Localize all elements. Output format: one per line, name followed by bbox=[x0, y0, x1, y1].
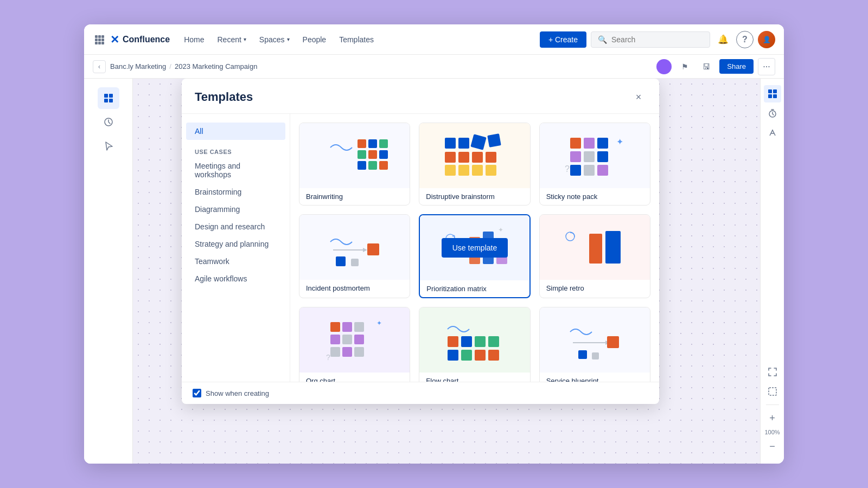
svg-rect-4 bbox=[98, 38, 101, 41]
nav-spaces[interactable]: Spaces ▾ bbox=[254, 32, 295, 47]
svg-rect-10 bbox=[109, 94, 113, 98]
nav-links: Home Recent ▾ Spaces ▾ People Templates bbox=[178, 32, 535, 47]
svg-rect-14 bbox=[358, 139, 366, 148]
sidebar-item-diagramming[interactable]: Diagramming bbox=[186, 201, 285, 218]
app-logo[interactable]: ✕ Confluence bbox=[110, 33, 170, 46]
template-thumb-flow bbox=[419, 307, 529, 373]
show-when-creating-label[interactable]: Show when creating bbox=[193, 389, 269, 397]
sidebar-item-brainstorming[interactable]: Brainstorming bbox=[186, 183, 285, 201]
svg-rect-90 bbox=[769, 388, 776, 395]
sidebar-item-teamwork[interactable]: Teamwork bbox=[186, 253, 285, 270]
sidebar-item-design[interactable]: Design and research bbox=[186, 218, 285, 235]
template-card-distruptive[interactable]: Distruptive brainstorm bbox=[419, 123, 530, 206]
template-thumb-retro bbox=[540, 215, 650, 280]
template-card-incident[interactable]: Incident postmortem bbox=[299, 214, 410, 298]
template-name-brainwriting: Brainwriting bbox=[299, 188, 410, 205]
svg-rect-67 bbox=[330, 347, 340, 357]
notifications-icon[interactable]: 🔔 bbox=[714, 31, 732, 48]
canvas-area[interactable]: Templates × All USE CASES Meetings and w… bbox=[133, 79, 760, 464]
whiteboard-toolbar bbox=[84, 79, 133, 464]
page-header-right: ⚑ 🖫 Share ··· bbox=[656, 58, 775, 75]
user-avatar[interactable]: 👤 bbox=[758, 31, 775, 48]
svg-rect-80 bbox=[607, 336, 619, 348]
sidebar-item-strategy[interactable]: Strategy and planning bbox=[186, 235, 285, 253]
top-navigation: ✕ Confluence Home Recent ▾ Spaces ▾ Peop… bbox=[84, 24, 784, 55]
timer-icon[interactable] bbox=[764, 105, 781, 122]
history-icon[interactable]: ⚑ bbox=[676, 58, 693, 75]
search-input[interactable] bbox=[611, 35, 703, 44]
svg-rect-61 bbox=[330, 322, 340, 332]
zoom-to-selection-icon[interactable] bbox=[764, 383, 781, 400]
sidebar-item-meetings[interactable]: Meetings and workshops bbox=[186, 157, 285, 183]
svg-rect-15 bbox=[368, 139, 377, 148]
svg-rect-48 bbox=[367, 243, 379, 255]
svg-text:?: ? bbox=[326, 353, 330, 362]
svg-rect-42 bbox=[597, 151, 608, 162]
logo-icon: ✕ bbox=[110, 33, 119, 46]
svg-rect-25 bbox=[470, 134, 486, 150]
svg-text:✦: ✦ bbox=[616, 137, 623, 146]
breadcrumb: Banc.ly Marketing / 2023 Marketing Campa… bbox=[110, 62, 257, 70]
template-card-prioritization[interactable]: ✦ bbox=[419, 214, 530, 298]
modal-title: Templates bbox=[195, 90, 253, 104]
template-card-sticky[interactable]: ✦ ? bbox=[539, 123, 650, 206]
template-card-brainwriting[interactable]: Brainwriting bbox=[299, 123, 410, 206]
fit-to-screen-icon[interactable] bbox=[764, 363, 781, 381]
svg-rect-86 bbox=[773, 94, 777, 98]
create-button[interactable]: + Create bbox=[540, 31, 586, 48]
templates-tool-icon[interactable] bbox=[98, 87, 119, 109]
nav-people[interactable]: People bbox=[297, 32, 332, 47]
modal-content: Brainwriting bbox=[290, 114, 659, 382]
svg-rect-28 bbox=[458, 152, 469, 163]
template-thumb-org: ✦ ? bbox=[299, 307, 410, 373]
use-template-button[interactable]: Use template bbox=[442, 238, 508, 258]
svg-rect-66 bbox=[354, 335, 364, 344]
recent-chevron-icon: ▾ bbox=[244, 36, 246, 42]
cursor-tool-icon[interactable] bbox=[98, 135, 119, 157]
nav-recent[interactable]: Recent ▾ bbox=[212, 32, 251, 47]
help-icon[interactable]: ? bbox=[736, 31, 754, 48]
zoom-in-button[interactable]: + bbox=[764, 409, 781, 427]
zoom-out-button[interactable]: − bbox=[764, 438, 781, 455]
table-view-icon[interactable] bbox=[764, 85, 781, 102]
more-options-button[interactable]: ··· bbox=[758, 58, 775, 75]
svg-rect-73 bbox=[488, 336, 499, 347]
nav-home[interactable]: Home bbox=[178, 32, 209, 47]
collaborator-avatar bbox=[656, 59, 672, 74]
show-when-creating-checkbox[interactable] bbox=[193, 389, 201, 397]
template-name-distruptive: Distruptive brainstorm bbox=[419, 188, 529, 205]
modal-close-button[interactable]: × bbox=[631, 89, 646, 105]
share-button[interactable]: Share bbox=[719, 59, 754, 74]
breadcrumb-workspace[interactable]: Banc.ly Marketing bbox=[110, 62, 166, 70]
page-settings-icon[interactable]: 🖫 bbox=[698, 58, 715, 75]
history-tool-icon[interactable] bbox=[98, 111, 119, 133]
svg-rect-34 bbox=[486, 165, 496, 176]
template-card-service[interactable]: Service blueprint bbox=[539, 307, 650, 382]
search-box[interactable]: 🔍 bbox=[591, 31, 710, 48]
template-thumb-incident bbox=[299, 215, 410, 280]
svg-rect-1 bbox=[98, 35, 101, 38]
svg-rect-83 bbox=[768, 89, 772, 93]
svg-rect-62 bbox=[342, 322, 352, 332]
template-card-org[interactable]: ✦ ? bbox=[299, 307, 410, 382]
svg-rect-24 bbox=[458, 138, 469, 149]
grid-menu-icon[interactable] bbox=[93, 33, 106, 46]
sidebar-collapse-button[interactable]: ‹ bbox=[93, 60, 106, 73]
breadcrumb-parent[interactable]: 2023 Marketing Campaign bbox=[175, 62, 257, 70]
template-card-flow[interactable]: Flow chart bbox=[419, 307, 530, 382]
nav-templates[interactable]: Templates bbox=[334, 32, 379, 47]
svg-rect-20 bbox=[358, 161, 366, 170]
templates-modal: Templates × All USE CASES Meetings and w… bbox=[182, 79, 659, 404]
template-name-retro: Simple retro bbox=[540, 280, 650, 297]
template-card-retro[interactable]: Simple retro bbox=[539, 214, 650, 298]
svg-rect-63 bbox=[354, 322, 364, 332]
sidebar-item-agile[interactable]: Agile workflows bbox=[186, 270, 285, 287]
svg-rect-8 bbox=[101, 42, 104, 44]
svg-rect-40 bbox=[570, 151, 581, 162]
app-name: Confluence bbox=[123, 35, 170, 44]
svg-rect-27 bbox=[445, 152, 456, 163]
voting-icon[interactable] bbox=[764, 124, 781, 142]
main-area: Templates × All USE CASES Meetings and w… bbox=[84, 79, 784, 464]
sidebar-item-all[interactable]: All bbox=[186, 123, 285, 140]
svg-rect-6 bbox=[95, 42, 98, 44]
